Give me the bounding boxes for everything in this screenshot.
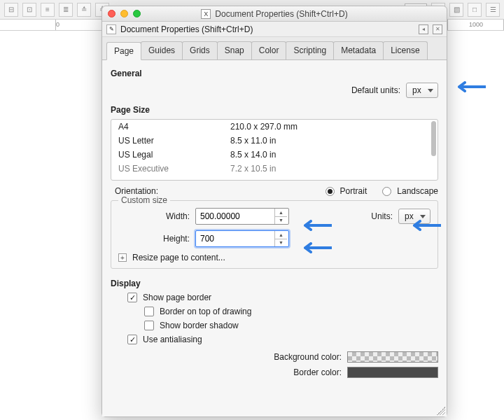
window-title: Document Properties (Shift+Ctrl+D) xyxy=(215,9,347,19)
toolbar-button[interactable]: ≡ xyxy=(41,3,55,17)
background-color-swatch[interactable] xyxy=(347,351,438,363)
units-label: Units: xyxy=(371,211,393,221)
zoom-icon[interactable] xyxy=(133,10,141,18)
orientation-label: Orientation: xyxy=(115,186,320,196)
tab-license[interactable]: License xyxy=(383,41,427,59)
custom-units-value: px xyxy=(405,211,414,221)
default-units-label: Default units: xyxy=(351,85,400,95)
use-antialiasing-checkbox[interactable] xyxy=(127,335,137,344)
toolbar-button[interactable]: ▧ xyxy=(449,3,463,17)
show-border-shadow-label: Show border shadow xyxy=(160,321,239,330)
display-heading: Display xyxy=(111,279,438,288)
general-heading: General xyxy=(111,69,438,78)
step-up-icon[interactable]: ▲ xyxy=(275,231,287,239)
tab-color[interactable]: Color xyxy=(251,41,287,59)
minimize-panel-icon[interactable]: ◂ xyxy=(419,24,428,34)
minimize-icon[interactable] xyxy=(120,10,128,18)
width-stepper[interactable]: ▲▼ xyxy=(195,208,289,225)
tab-scripting[interactable]: Scripting xyxy=(286,41,334,59)
dock-app-icon: ✎ xyxy=(106,24,116,34)
scrollbar[interactable] xyxy=(431,121,436,156)
background-color-label: Background color: xyxy=(274,352,342,362)
toolbar-button[interactable]: ⊡ xyxy=(22,3,36,17)
step-down-icon[interactable]: ▼ xyxy=(275,239,287,247)
list-item[interactable]: US Executive7.2 x 10.5 in xyxy=(111,162,438,176)
toolbar-button[interactable]: ≛ xyxy=(77,3,91,17)
show-page-border-label: Show page border xyxy=(143,293,211,302)
height-label: Height: xyxy=(118,234,190,244)
tab-guides[interactable]: Guides xyxy=(141,41,183,59)
border-color-swatch[interactable] xyxy=(347,367,438,378)
tab-page[interactable]: Page xyxy=(106,42,141,60)
default-units-select[interactable]: px xyxy=(406,83,438,98)
tab-grids[interactable]: Grids xyxy=(182,41,218,59)
step-up-icon[interactable]: ▲ xyxy=(275,209,287,217)
page-size-list[interactable]: A4210.0 x 297.0 mm US Letter8.5 x 11.0 i… xyxy=(111,119,438,181)
show-border-shadow-checkbox[interactable] xyxy=(144,321,154,330)
app-icon: X xyxy=(201,9,211,19)
titlebar[interactable]: X Document Properties (Shift+Ctrl+D) xyxy=(102,6,447,22)
custom-size-legend: Custom size xyxy=(118,195,170,205)
tab-metadata[interactable]: Metadata xyxy=(333,41,384,59)
custom-units-select[interactable]: px xyxy=(398,209,430,224)
portrait-radio[interactable] xyxy=(326,187,335,196)
tab-snap[interactable]: Snap xyxy=(217,41,252,59)
list-item[interactable]: A4210.0 x 297.0 mm xyxy=(111,120,438,134)
height-stepper[interactable]: ▲▼ xyxy=(195,230,289,247)
border-color-label: Border color: xyxy=(293,368,342,377)
custom-size-fieldset: Custom size Width: ▲▼ Units: px Height: … xyxy=(111,200,438,269)
border-on-top-checkbox[interactable] xyxy=(144,307,154,316)
show-page-border-checkbox[interactable] xyxy=(127,293,137,302)
expand-icon[interactable]: + xyxy=(118,253,127,262)
close-icon[interactable] xyxy=(108,10,115,18)
landscape-radio[interactable] xyxy=(382,187,391,196)
document-properties-dialog: X Document Properties (Shift+Ctrl+D) ✎ D… xyxy=(102,6,447,417)
toolbar-button[interactable]: ⊟ xyxy=(4,3,18,17)
page-size-heading: Page Size xyxy=(111,105,438,115)
resize-grip-icon[interactable] xyxy=(437,407,445,415)
toolbar-button[interactable]: □ xyxy=(468,3,482,17)
border-on-top-label: Border on top of drawing xyxy=(160,307,251,316)
height-input[interactable] xyxy=(196,231,274,246)
tab-strip: Page Guides Grids Snap Color Scripting M… xyxy=(102,37,447,60)
close-panel-icon[interactable]: ✕ xyxy=(433,24,442,34)
width-label: Width: xyxy=(118,211,190,221)
step-down-icon[interactable]: ▼ xyxy=(275,217,287,225)
landscape-label: Landscape xyxy=(397,186,438,196)
list-item[interactable]: US Legal8.5 x 14.0 in xyxy=(111,148,438,162)
list-item[interactable]: US Letter8.5 x 11.0 in xyxy=(111,134,438,148)
width-input[interactable] xyxy=(196,209,274,224)
dock-header: ✎ Document Properties (Shift+Ctrl+D) ◂ ✕ xyxy=(102,22,447,37)
default-units-value: px xyxy=(412,85,421,95)
portrait-label: Portrait xyxy=(340,186,368,196)
dock-title: Document Properties (Shift+Ctrl+D) xyxy=(120,24,253,34)
resize-to-content-label[interactable]: Resize page to content... xyxy=(132,253,225,262)
use-antialiasing-label: Use antialiasing xyxy=(143,335,202,344)
toolbar-button[interactable]: ≣ xyxy=(59,3,73,17)
tab-body-page: General Default units: px Page Size A421… xyxy=(102,60,447,416)
toolbar-button[interactable]: ☰ xyxy=(486,3,500,17)
